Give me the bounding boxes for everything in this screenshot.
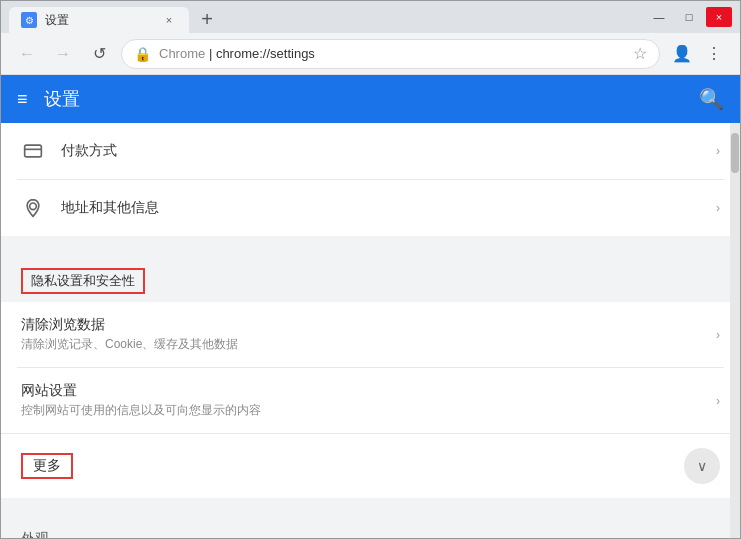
payment-methods-item[interactable]: 付款方式 › bbox=[1, 123, 740, 179]
site-settings-title: 网站设置 bbox=[21, 382, 716, 400]
site-settings-desc: 控制网站可使用的信息以及可向您显示的内容 bbox=[21, 402, 716, 419]
minimize-button[interactable]: — bbox=[646, 7, 672, 27]
window-controls: — □ × bbox=[646, 7, 732, 27]
clear-browsing-title: 清除浏览数据 bbox=[21, 316, 716, 334]
profile-button[interactable]: 👤 bbox=[668, 40, 696, 68]
payment-title: 付款方式 bbox=[61, 142, 716, 160]
section-gap-1 bbox=[1, 236, 740, 244]
refresh-button[interactable]: ↺ bbox=[85, 40, 113, 68]
site-settings-item[interactable]: 网站设置 控制网站可使用的信息以及可向您显示的内容 › bbox=[1, 368, 740, 433]
privacy-items: 清除浏览数据 清除浏览记录、Cookie、缓存及其他数据 › 网站设置 控制网站… bbox=[1, 302, 740, 498]
clear-browsing-item[interactable]: 清除浏览数据 清除浏览记录、Cookie、缓存及其他数据 › bbox=[1, 302, 740, 367]
appearance-section: 外观 bbox=[1, 514, 740, 538]
privacy-section-header: 隐私设置和安全性 bbox=[1, 252, 740, 302]
site-settings-content: 网站设置 控制网站可使用的信息以及可向您显示的内容 bbox=[21, 382, 716, 419]
section-gap-2 bbox=[1, 244, 740, 252]
privacy-label: 隐私设置和安全性 bbox=[21, 268, 145, 294]
bookmark-star-icon[interactable]: ☆ bbox=[633, 44, 647, 63]
more-item[interactable]: 更多 ∨ bbox=[1, 433, 740, 498]
back-button[interactable]: ← bbox=[13, 40, 41, 68]
address-url: chrome://settings bbox=[216, 46, 315, 61]
site-name: Chrome bbox=[159, 46, 205, 61]
tab-favicon: ⚙ bbox=[21, 12, 37, 28]
site-settings-arrow: › bbox=[716, 394, 720, 408]
autofill-section: 付款方式 › 地址和其他信息 › bbox=[1, 123, 740, 236]
nav-right-icons: 👤 ⋮ bbox=[668, 40, 728, 68]
title-bar: ⚙ 设置 × + — □ × bbox=[1, 1, 740, 33]
appearance-label: 外观 bbox=[21, 530, 49, 538]
close-button[interactable]: × bbox=[706, 7, 732, 27]
scrollbar-track[interactable] bbox=[730, 123, 740, 538]
tab-title: 设置 bbox=[45, 12, 153, 29]
address-title: 地址和其他信息 bbox=[61, 199, 716, 217]
secure-icon: 🔒 bbox=[134, 46, 151, 62]
browser-window: ⚙ 设置 × + — □ × ← → ↺ 🔒 Chrome | chrome:/… bbox=[0, 0, 741, 539]
svg-point-2 bbox=[30, 203, 37, 210]
payment-icon bbox=[21, 139, 45, 163]
payment-content: 付款方式 bbox=[61, 142, 716, 160]
forward-button[interactable]: → bbox=[49, 40, 77, 68]
address-text: Chrome | chrome://settings bbox=[159, 46, 625, 61]
address-arrow: › bbox=[716, 201, 720, 215]
svg-rect-0 bbox=[25, 145, 42, 157]
clear-browsing-content: 清除浏览数据 清除浏览记录、Cookie、缓存及其他数据 bbox=[21, 316, 716, 353]
expand-button[interactable]: ∨ bbox=[684, 448, 720, 484]
clear-browsing-desc: 清除浏览记录、Cookie、缓存及其他数据 bbox=[21, 336, 716, 353]
new-tab-button[interactable]: + bbox=[193, 5, 221, 33]
tab-strip: ⚙ 设置 × + bbox=[9, 1, 642, 33]
address-item[interactable]: 地址和其他信息 › bbox=[1, 180, 740, 236]
maximize-button[interactable]: □ bbox=[676, 7, 702, 27]
app-title: 设置 bbox=[44, 87, 80, 111]
address-content: 地址和其他信息 bbox=[61, 199, 716, 217]
settings-content: 付款方式 › 地址和其他信息 › bbox=[1, 123, 740, 538]
menu-button[interactable]: ⋮ bbox=[700, 40, 728, 68]
expand-chevron-icon: ∨ bbox=[697, 458, 707, 474]
address-icon bbox=[21, 196, 45, 220]
active-tab[interactable]: ⚙ 设置 × bbox=[9, 7, 189, 33]
hamburger-icon[interactable]: ≡ bbox=[17, 89, 28, 110]
tab-close-button[interactable]: × bbox=[161, 12, 177, 28]
address-bar[interactable]: 🔒 Chrome | chrome://settings ☆ bbox=[121, 39, 660, 69]
more-label: 更多 bbox=[21, 453, 73, 479]
clear-browsing-arrow: › bbox=[716, 328, 720, 342]
section-gap-3 bbox=[1, 498, 740, 514]
nav-bar: ← → ↺ 🔒 Chrome | chrome://settings ☆ 👤 ⋮ bbox=[1, 33, 740, 75]
address-separator: | bbox=[209, 46, 216, 61]
header-search-icon[interactable]: 🔍 bbox=[699, 87, 724, 111]
settings-main: 付款方式 › 地址和其他信息 › bbox=[1, 123, 740, 538]
payment-arrow: › bbox=[716, 144, 720, 158]
scrollbar-thumb[interactable] bbox=[731, 133, 739, 173]
app-header: ≡ 设置 🔍 bbox=[1, 75, 740, 123]
